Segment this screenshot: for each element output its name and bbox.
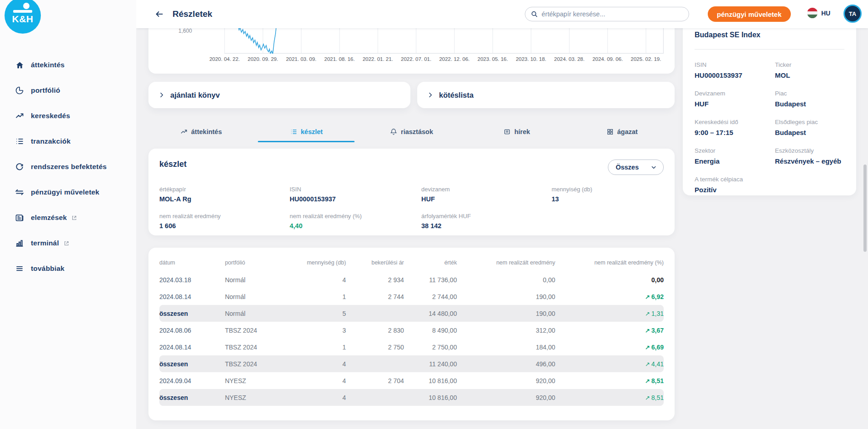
sidebar-item-elemzesek[interactable]: elemzések: [0, 210, 136, 225]
order-book-label: ajánlati könyv: [170, 91, 220, 100]
sidebar-nav: áttekintés portfólió kereskedés tranzakc…: [0, 57, 136, 286]
up-arrow-icon: ↗: [645, 294, 650, 300]
sidebar-item-label: áttekintés: [31, 61, 64, 69]
field-ertekpapir: értékpapírMOL-A Rg: [159, 186, 290, 203]
tab-riasztasok[interactable]: riasztások: [359, 121, 464, 142]
chart-y-tick: 1,600: [159, 28, 197, 54]
order-book-panel[interactable]: ajánlati könyv: [148, 82, 410, 108]
table-row[interactable]: 2024.08.14Normál1 2 7442 744,00190,00 ↗6…: [159, 288, 664, 305]
table-row[interactable]: 2024.09.04NYESZ4 2 70410 816,00920,00 ↗8…: [159, 372, 664, 389]
info-piac: PiacBudapest: [775, 90, 844, 108]
sidebar-item-label: portfólió: [31, 86, 60, 95]
price-line: [238, 28, 276, 54]
sidebar-item-label: pénzügyi műveletek: [31, 188, 99, 196]
external-link-icon: [64, 240, 69, 246]
menu-icon: [15, 264, 25, 274]
tab-hirek[interactable]: hírek: [464, 121, 569, 142]
chevron-down-icon: [651, 164, 657, 170]
info-szektor: SzektorEnergia: [695, 147, 775, 165]
x-tick: 2022. 07. 01.: [401, 56, 431, 62]
tab-attekintes[interactable]: áttekintés: [148, 121, 254, 142]
sidebar-item-label: továbbiak: [31, 264, 64, 273]
instrument-index-name: Budapest SE Index: [695, 31, 844, 39]
sidebar-item-tranzakciok[interactable]: tranzakciók: [0, 134, 136, 149]
page-title: Részletek: [173, 9, 212, 19]
top-bar: Részletek pénzügyi műveletek HU TA: [136, 0, 868, 28]
transfer-arrows-icon: [15, 187, 25, 197]
portfolio-filter-dropdown[interactable]: Összes: [608, 160, 664, 175]
sidebar-item-label: terminál: [31, 239, 59, 247]
news-icon: [15, 213, 25, 223]
field-nem-realizalt-eredmeny: nem realizált eredmény1 606: [159, 213, 290, 229]
info-celpiac: A termék célpiacaPozitív: [695, 176, 775, 194]
table-row[interactable]: 2024.08.14TBSZ 20241 2 7502 750,00184,00…: [159, 339, 664, 355]
sidebar-item-tovabbiak[interactable]: továbbiak: [0, 261, 136, 276]
table-total-row[interactable]: összesenNYESZ4 10 816,00920,00 ↗8,51: [159, 389, 664, 406]
x-tick: 2020. 04. 22.: [209, 56, 240, 62]
col-pnl: nem realizált eredmény: [457, 258, 555, 271]
divider: [695, 49, 844, 50]
instrument-info-panel: Budapest SE Index ISINHU0000153937 Ticke…: [683, 28, 856, 195]
up-arrow-icon: ↗: [645, 310, 650, 317]
x-tick: 2024. 03. 28.: [554, 56, 585, 62]
table-row[interactable]: 2024.08.06TBSZ 20243 2 8308 490,00312,00…: [159, 322, 664, 339]
field-mennyiseg: mennyiség (db)13: [552, 186, 664, 203]
tab-label: áttekintés: [191, 128, 222, 135]
sidebar-item-terminal[interactable]: terminál: [0, 235, 136, 251]
avatar[interactable]: TA: [843, 5, 862, 23]
language-selector[interactable]: HU: [807, 8, 830, 18]
up-arrow-icon: ↗: [645, 361, 650, 368]
chevron-right-icon: [158, 92, 165, 98]
col-portfolio: portfólió: [225, 258, 290, 271]
positions-table: dátum portfólió mennyiség (db) bekerülés…: [159, 258, 664, 406]
kh-logo-text: K&H: [12, 14, 34, 25]
trend-up-icon: [180, 128, 187, 135]
x-tick: 2022. 12. 06.: [439, 56, 469, 62]
sidebar: K&H áttekintés portfólió kereskedés tran…: [0, 0, 136, 429]
language-code: HU: [821, 10, 830, 17]
tab-label: riasztások: [401, 128, 433, 135]
refresh-icon: [15, 162, 25, 172]
bar-chart-icon: [15, 238, 25, 248]
sidebar-item-penzugyi-muveletek[interactable]: pénzügyi műveletek: [0, 185, 136, 200]
sidebar-item-portfolio[interactable]: portfólió: [0, 83, 136, 98]
bell-icon: [390, 128, 397, 135]
info-isin: ISINHU0000153937: [695, 61, 775, 79]
trade-list-label: kötéslista: [439, 91, 473, 100]
price-chart-plot[interactable]: [197, 28, 664, 54]
tab-keszlet[interactable]: készlet: [254, 121, 359, 142]
x-tick: 2020. 09. 29.: [248, 56, 278, 62]
col-pnl-pct: nem realizált eredmény (%): [555, 258, 664, 271]
table-row[interactable]: 2024.03.18Normál4 2 93411 736,000,00 0,0…: [159, 271, 664, 288]
tab-agazat[interactable]: ágazat: [569, 121, 675, 142]
sidebar-item-rendszeres-befektetes[interactable]: rendszeres befektetés: [0, 159, 136, 175]
detail-tabs: áttekintés készlet riasztások hírek ágaz…: [148, 121, 675, 142]
external-link-icon: [71, 215, 77, 221]
financial-operations-button[interactable]: pénzügyi műveletek: [708, 6, 791, 22]
table-total-row[interactable]: összesenTBSZ 20244 11 240,00496,00 ↗4,41: [159, 355, 664, 372]
info-kereskedesi-ido: Kereskedési idő9:00 – 17:15: [695, 119, 775, 136]
table-total-row[interactable]: összesenNormál5 14 480,00190,00 ↗1,31: [159, 305, 664, 322]
sidebar-item-label: kereskedés: [31, 112, 70, 120]
search-input[interactable]: [542, 10, 683, 18]
search-box: [525, 7, 689, 21]
x-tick: 2024. 09. 06.: [592, 56, 623, 62]
holdings-title: készlet: [159, 160, 187, 169]
sidebar-item-attekintes[interactable]: áttekintés: [0, 57, 136, 73]
vertical-scrollbar[interactable]: [863, 165, 867, 252]
sidebar-item-label: tranzakciók: [31, 137, 71, 145]
dropdown-value: Összes: [616, 164, 639, 171]
sidebar-item-kereskedes[interactable]: kereskedés: [0, 108, 136, 124]
tab-label: ágazat: [617, 128, 638, 135]
col-bekerulesi-ar: bekerülési ár: [346, 258, 404, 271]
x-tick: 2025. 02. 19.: [631, 56, 661, 62]
kh-logo[interactable]: K&H: [5, 0, 41, 34]
chart-x-axis: 2020. 04. 22. 2020. 09. 29. 2021. 03. 09…: [197, 56, 664, 65]
main-content: 1,600 2020. 04. 22. 2020.: [136, 28, 868, 429]
x-tick: 2022. 01. 21.: [363, 56, 393, 62]
trade-list-panel[interactable]: kötéslista: [417, 82, 675, 108]
up-arrow-icon: ↗: [645, 394, 650, 401]
back-button[interactable]: [153, 8, 165, 20]
info-eszkozosztaly: EszközosztályRészvények – egyéb: [775, 147, 844, 165]
info-ticker: TickerMOL: [775, 61, 844, 79]
